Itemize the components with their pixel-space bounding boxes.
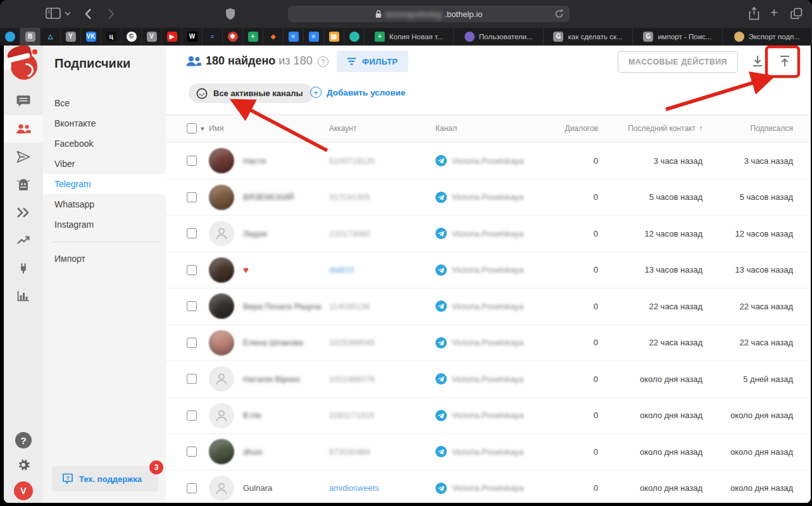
rail-chats-item[interactable] — [4, 87, 43, 115]
row-checkbox[interactable] — [187, 374, 197, 384]
settings-gear-icon[interactable] — [16, 457, 31, 472]
subscriber-account[interactable]: 114035138 — [329, 302, 370, 311]
pinned-tab[interactable] — [0, 28, 20, 46]
sidebar-channel-item[interactable]: Вконтакте — [43, 113, 166, 133]
table-row[interactable]: Елена Шпакова 3325386045 Victoria.Posels… — [166, 325, 811, 362]
table-row[interactable]: Gulnara amidiosweets Victoria.Poselskaya… — [166, 471, 811, 503]
select-menu-caret[interactable]: ▾ — [201, 125, 204, 133]
subscriber-account[interactable]: 673030484 — [329, 447, 370, 457]
pinned-tab[interactable]: ▶ — [162, 28, 182, 46]
back-icon[interactable] — [85, 8, 92, 20]
sidebar-toggle-icon[interactable] — [46, 8, 61, 19]
rail-subscribers-item[interactable] — [4, 115, 43, 143]
col-header-account[interactable]: Аккаунт — [329, 124, 424, 133]
sidebar-channel-item[interactable]: Импорт — [43, 249, 166, 269]
pinned-tab[interactable]: B — [20, 28, 41, 46]
table-row[interactable]: Вера Почата Рішуча 114035138 Victoria.Po… — [166, 288, 811, 325]
active-channels-chip[interactable]: Все активные каналы — [189, 83, 313, 103]
col-header-name[interactable]: Имя — [209, 124, 329, 133]
rail-broadcasts-item[interactable] — [4, 143, 43, 171]
row-checkbox[interactable] — [187, 228, 197, 238]
subscriber-account[interactable]: 2281171915 — [329, 410, 374, 420]
pinned-tab[interactable]: V — [142, 28, 162, 46]
table-row[interactable]: Лидия 220173060 Victoria.Poselskaya 0 12… — [166, 216, 811, 252]
rail-bots-item[interactable] — [4, 171, 43, 199]
rail-flows-item[interactable] — [4, 199, 43, 226]
row-checkbox[interactable] — [187, 301, 197, 311]
chevron-down-icon[interactable] — [65, 11, 71, 16]
col-header-subscribed[interactable]: Подписался — [703, 124, 811, 133]
help-icon[interactable]: ? — [15, 432, 32, 448]
sidebar-channel-item[interactable]: Instagram — [43, 214, 166, 235]
subscriber-account[interactable]: 5100719120 — [329, 156, 375, 166]
filter-button[interactable]: ФИЛЬТР — [337, 51, 408, 72]
pinned-tab[interactable]: ц — [101, 28, 122, 46]
table-row[interactable]: Настя 5100719120 Victoria.Poselskaya 0 3… — [166, 143, 811, 180]
shield-icon[interactable] — [225, 8, 235, 20]
pinned-tab[interactable]: ◆ — [263, 28, 284, 46]
row-checkbox[interactable] — [187, 447, 197, 457]
support-button[interactable]: ? Тех. поддержка 3 — [52, 466, 158, 491]
reload-icon[interactable] — [554, 9, 564, 19]
forward-icon[interactable] — [108, 8, 115, 20]
row-checkbox[interactable] — [187, 338, 197, 348]
export-upload-icon[interactable] — [778, 55, 792, 68]
pinned-tab[interactable]: ≡ — [284, 28, 304, 46]
pinned-tab[interactable]: ≡ — [304, 28, 324, 46]
subscriber-name: ♥ — [243, 264, 249, 275]
col-header-dialogs[interactable]: Диалогов — [551, 124, 598, 133]
sidebar-channel-item[interactable]: Whatsapp — [43, 194, 166, 214]
pinned-tab[interactable]: ✱ — [223, 28, 243, 46]
pinned-tab[interactable]: △ — [41, 28, 61, 46]
row-checkbox[interactable] — [187, 483, 197, 493]
browser-tab[interactable]: Экспорт подп... — [723, 28, 812, 46]
table-row[interactable]: ♥ did810 Victoria.Poselskaya 0 13 часов … — [166, 252, 811, 289]
share-icon[interactable] — [749, 7, 759, 20]
pinned-tab[interactable]: W — [182, 28, 203, 46]
subscriber-account[interactable]: 317241305 — [329, 192, 370, 202]
new-tab-icon[interactable]: + — [770, 5, 778, 20]
pinned-tab[interactable] — [344, 28, 365, 46]
table-row[interactable]: dhuis 673030484 Victoria.Poselskaya 0 ок… — [166, 434, 811, 471]
row-checkbox[interactable] — [187, 265, 197, 275]
select-all-checkbox[interactable] — [187, 123, 197, 133]
sidebar-channel-item[interactable]: Facebook — [43, 133, 166, 154]
pinned-tab[interactable]: ≈ — [203, 28, 223, 46]
pinned-tab[interactable]: Y — [61, 28, 81, 46]
rail-integrations-item[interactable] — [4, 254, 43, 282]
rail-growth-item[interactable] — [4, 226, 43, 254]
tab-overview-icon[interactable] — [790, 8, 803, 20]
subscriber-account[interactable]: 3325386045 — [329, 338, 375, 347]
browser-tab[interactable]: Пользователи... — [454, 28, 543, 46]
subscriber-account[interactable]: 1002486076 — [329, 374, 375, 384]
pinned-tab[interactable]: © — [122, 28, 142, 46]
browser-tab[interactable]: + Копия Новая т... — [365, 28, 454, 46]
add-condition-button[interactable]: + Добавить условие — [310, 87, 406, 98]
row-checkbox[interactable] — [187, 192, 197, 202]
row-checkbox[interactable] — [187, 410, 197, 421]
pinned-tab[interactable]: ▤ — [324, 28, 344, 46]
url-bar[interactable]: victoriapsiholog.bothelp.io — [288, 6, 570, 22]
sidebar-channel-item[interactable]: Viber — [43, 154, 166, 174]
pinned-tab[interactable]: VK — [81, 28, 101, 46]
table-row[interactable]: Наталія Вірних 1002486076 Victoria.Posel… — [166, 361, 811, 398]
table-row[interactable]: В.Не 2281171915 Victoria.Poselskaya 0 ок… — [166, 398, 811, 435]
rail-statistics-item[interactable] — [4, 282, 43, 310]
app-logo[interactable] — [8, 49, 39, 80]
row-checkbox[interactable] — [187, 156, 197, 166]
subscriber-account[interactable]: did810 — [329, 265, 354, 275]
bulk-actions-button[interactable]: МАССОВЫЕ ДЕЙСТВИЯ — [618, 51, 738, 73]
browser-tab[interactable]: G импорт - Поис... — [633, 28, 722, 46]
browser-tab[interactable]: G как сделать ск... — [544, 28, 633, 46]
count-help-icon[interactable]: ? — [318, 56, 328, 67]
subscriber-account[interactable]: amidiosweets — [329, 483, 379, 493]
user-avatar[interactable]: V — [14, 481, 33, 500]
pinned-tab[interactable]: + — [243, 28, 263, 46]
sidebar-channel-item[interactable]: Все — [43, 93, 166, 113]
table-row[interactable]: ВЯЗЕМСКИЙ 317241305 Victoria.Poselskaya … — [166, 180, 811, 216]
sidebar-channel-item[interactable]: Telegram — [43, 174, 166, 194]
import-download-icon[interactable] — [751, 55, 765, 68]
col-header-channel[interactable]: Канал — [424, 124, 551, 133]
subscriber-account[interactable]: 220173060 — [329, 229, 370, 238]
col-header-last-contact[interactable]: Последний контакт↑ — [598, 124, 703, 133]
